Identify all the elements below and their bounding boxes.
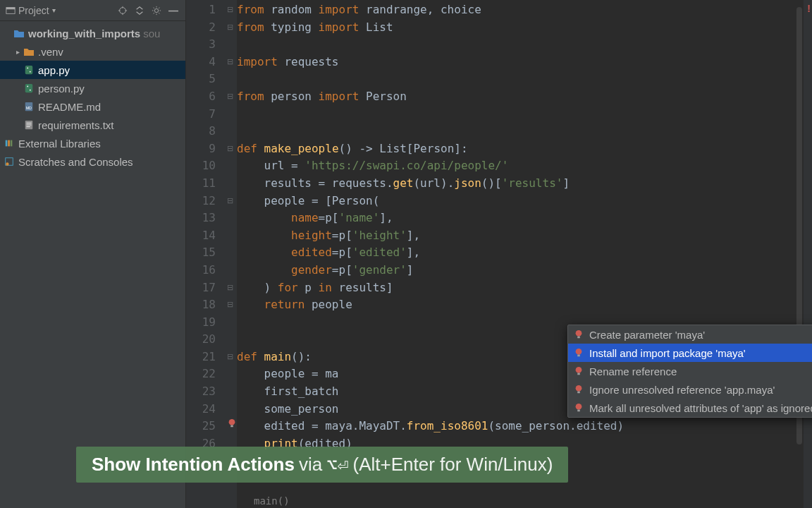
expand-all-icon[interactable] bbox=[133, 4, 146, 17]
tree-file-readme-label: README.md bbox=[38, 101, 101, 113]
line-number: 12 bbox=[186, 193, 226, 210]
markdown-file-icon: MD bbox=[23, 100, 35, 113]
bulb-icon bbox=[574, 329, 584, 339]
project-tool-window: Project ▾ — working_with_imports sou ▸ .… bbox=[0, 0, 186, 508]
line-number: 2 bbox=[186, 19, 226, 37]
line-number: 25 bbox=[186, 418, 226, 435]
intention-item[interactable]: Install and import package 'maya'▶ bbox=[568, 344, 812, 362]
tree-file-requirements[interactable]: requirements.txt bbox=[0, 116, 185, 134]
hide-icon[interactable]: — bbox=[167, 4, 180, 17]
svg-point-29 bbox=[576, 349, 582, 355]
code-line[interactable]: name=p['name'], bbox=[237, 210, 812, 227]
intention-item[interactable]: Mark all unresolved attributes of 'app' … bbox=[568, 399, 812, 417]
code-line[interactable]: return people bbox=[237, 296, 812, 314]
line-number: 4 bbox=[186, 54, 226, 71]
intention-bulb-icon[interactable] bbox=[227, 418, 237, 428]
svg-rect-28 bbox=[577, 337, 580, 339]
line-number: 15 bbox=[186, 244, 226, 262]
line-number: 11 bbox=[186, 175, 226, 193]
svg-rect-11 bbox=[25, 84, 33, 92]
intention-item[interactable]: Rename reference▶ bbox=[568, 362, 812, 380]
code-line[interactable] bbox=[237, 71, 812, 88]
svg-rect-34 bbox=[577, 392, 580, 394]
error-indicator-icon: ! bbox=[807, 3, 811, 14]
intention-item[interactable]: Create parameter 'maya'▶ bbox=[568, 325, 812, 344]
line-number: 7 bbox=[186, 106, 226, 123]
folder-icon bbox=[23, 45, 35, 58]
python-file-icon bbox=[23, 64, 35, 76]
code-line[interactable]: import requests bbox=[237, 54, 812, 71]
code-line[interactable]: from person import Person bbox=[237, 88, 812, 106]
code-line[interactable] bbox=[237, 123, 812, 140]
code-line[interactable]: gender=p['gender'] bbox=[237, 262, 812, 279]
tree-scratches-label: Scratches and Consoles bbox=[18, 156, 133, 168]
code-line[interactable] bbox=[237, 106, 812, 123]
svg-rect-36 bbox=[577, 410, 580, 412]
fold-toggle-icon[interactable]: ⊟ bbox=[227, 300, 233, 309]
tree-file-person[interactable]: person.py bbox=[0, 79, 185, 97]
tree-venv[interactable]: ▸ .venv bbox=[0, 42, 185, 61]
tree-scratches[interactable]: Scratches and Consoles bbox=[0, 152, 185, 171]
line-number: 23 bbox=[186, 383, 226, 401]
code-line[interactable]: people = [Person( bbox=[237, 193, 812, 210]
svg-point-31 bbox=[576, 367, 582, 373]
code-line[interactable]: ) for p in results] bbox=[237, 279, 812, 297]
locate-icon[interactable] bbox=[116, 4, 129, 17]
project-tree: working_with_imports sou ▸ .venv app.py … bbox=[0, 21, 185, 174]
svg-rect-8 bbox=[25, 66, 33, 74]
svg-rect-26 bbox=[230, 425, 233, 428]
code-line[interactable]: url = 'https://swapi.co/api/people/' bbox=[237, 157, 812, 175]
project-title[interactable]: Project ▾ bbox=[6, 5, 56, 16]
svg-rect-20 bbox=[6, 140, 8, 147]
tree-file-app[interactable]: app.py bbox=[0, 61, 185, 79]
tree-file-readme[interactable]: MD README.md bbox=[0, 97, 185, 116]
fold-toggle-icon[interactable]: ⊟ bbox=[227, 196, 233, 205]
tree-external-libraries[interactable]: External Libraries bbox=[0, 134, 185, 152]
intention-item-label: Ignore unresolved reference 'app.maya' bbox=[589, 384, 775, 396]
fold-toggle-icon[interactable]: ⊟ bbox=[227, 283, 233, 292]
project-header: Project ▾ — bbox=[0, 0, 185, 21]
banner-shortcut-mac: ⌥⏎ bbox=[326, 454, 348, 476]
line-number: 13 bbox=[186, 210, 226, 227]
folder-icon bbox=[13, 27, 25, 40]
code-line[interactable]: height=p['height'], bbox=[237, 227, 812, 245]
tree-file-person-label: person.py bbox=[38, 83, 85, 95]
fold-toggle-icon[interactable]: ⊟ bbox=[227, 352, 233, 361]
error-stripe[interactable]: ! bbox=[804, 0, 812, 508]
code-line[interactable]: edited = maya.MayaDT.from_iso8601(some_p… bbox=[237, 418, 812, 435]
svg-rect-32 bbox=[577, 373, 580, 375]
svg-rect-21 bbox=[8, 140, 10, 147]
fold-toggle-icon[interactable]: ⊟ bbox=[227, 144, 233, 153]
python-file-icon bbox=[23, 82, 35, 95]
line-number: 17 bbox=[186, 279, 226, 297]
code-line[interactable]: edited=p['edited'], bbox=[237, 244, 812, 262]
svg-point-7 bbox=[154, 8, 158, 12]
code-line[interactable]: from typing import List bbox=[237, 19, 812, 37]
code-area[interactable]: from random import randrange, choicefrom… bbox=[237, 0, 812, 508]
gutter: 1234567891011121314151617181920212223242… bbox=[186, 0, 226, 508]
fold-toggle-icon[interactable]: ⊟ bbox=[227, 5, 233, 14]
line-number: 19 bbox=[186, 314, 226, 332]
fold-toggle-icon[interactable]: ⊟ bbox=[227, 57, 233, 66]
editor[interactable]: 1234567891011121314151617181920212223242… bbox=[186, 0, 812, 508]
fold-toggle-icon[interactable]: ⊟ bbox=[227, 92, 233, 101]
chevron-down-icon: ▾ bbox=[52, 6, 56, 14]
text-file-icon bbox=[23, 119, 35, 131]
svg-point-13 bbox=[30, 90, 31, 91]
tree-venv-label: .venv bbox=[38, 46, 63, 58]
tip-banner: Show Intention Actions via ⌥⏎ (Alt+Enter… bbox=[76, 447, 568, 483]
svg-point-27 bbox=[576, 330, 582, 337]
intention-item[interactable]: Ignore unresolved reference 'app.maya'▶ bbox=[568, 380, 812, 399]
code-line[interactable]: from random import randrange, choice bbox=[237, 1, 812, 19]
svg-point-2 bbox=[120, 7, 126, 13]
code-line[interactable]: results = requests.get(url).json()['resu… bbox=[237, 175, 812, 193]
tree-root-label: working_with_imports bbox=[28, 28, 140, 40]
code-line[interactable]: def make_people() -> List[Person]: bbox=[237, 140, 812, 158]
tree-root[interactable]: working_with_imports sou bbox=[0, 24, 185, 42]
tree-external-label: External Libraries bbox=[18, 138, 101, 150]
gear-icon[interactable] bbox=[150, 4, 163, 17]
code-line[interactable] bbox=[237, 36, 812, 54]
svg-point-33 bbox=[576, 385, 582, 392]
breadcrumb[interactable]: main() bbox=[254, 495, 290, 507]
fold-toggle-icon[interactable]: ⊟ bbox=[227, 23, 233, 32]
